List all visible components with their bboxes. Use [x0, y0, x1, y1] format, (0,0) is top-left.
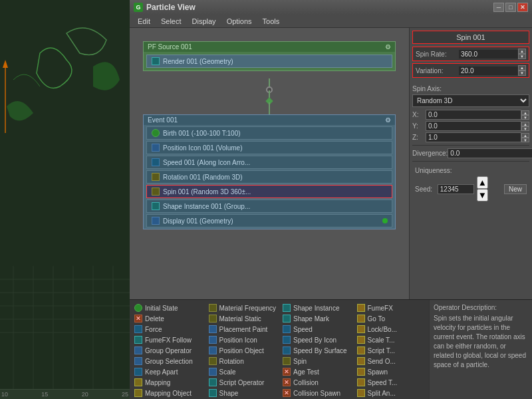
op-item-icon	[208, 367, 217, 376]
variation-up[interactable]: ▲	[518, 65, 526, 70]
bottom-panel: Initial State ✕ Delete Force FumeFX Foll…	[130, 299, 532, 399]
svg-marker-12	[3, 60, 8, 68]
birth-label: Birth 001 (-100-100 T:100)	[163, 130, 241, 137]
op-item[interactable]: Position Icon	[207, 334, 279, 345]
close-button[interactable]: ✕	[517, 3, 528, 12]
op-item[interactable]: Go To	[355, 313, 427, 324]
speed-icon	[151, 158, 160, 167]
op-item[interactable]: Speed By Surface	[281, 345, 352, 356]
op-item-label: Mapping	[145, 379, 170, 386]
menu-edit[interactable]: Edit	[132, 16, 156, 27]
op-item[interactable]: Spin	[281, 356, 352, 366]
op-item[interactable]: Placement Paint	[207, 324, 279, 334]
pf-source-box[interactable]: PF Source 001 ⚙ Render 001 (Geometry)	[143, 41, 396, 71]
op-item-label: Rotation	[219, 358, 244, 365]
op-item[interactable]: Send O...	[355, 356, 427, 366]
seed-up[interactable]: ▲	[477, 176, 488, 189]
op-item-icon	[134, 303, 143, 313]
op-item[interactable]: Split An...	[355, 388, 427, 398]
menu-tools[interactable]: Tools	[257, 16, 285, 27]
z-spinners: ▲ ▼	[521, 133, 529, 142]
seed-down[interactable]: ▼	[477, 189, 488, 201]
app-icon-letter: G	[136, 4, 140, 11]
op-item[interactable]: Mapping Object	[132, 388, 204, 398]
render-item[interactable]: Render 001 (Geometry)	[146, 55, 392, 68]
op-item[interactable]: Material Static	[207, 313, 279, 324]
event-box[interactable]: Event 001 ⚙ Birth 001 (-100-100 T:100) P…	[143, 114, 396, 229]
maximize-button[interactable]: □	[505, 3, 516, 12]
y-input[interactable]	[426, 121, 521, 131]
birth-item[interactable]: Birth 001 (-100-100 T:100)	[146, 126, 392, 140]
z-up[interactable]: ▲	[521, 133, 529, 138]
connector-line-3	[269, 102, 270, 116]
op-item[interactable]: Material Frequency	[207, 303, 279, 313]
spin-rate-down[interactable]: ▼	[518, 54, 526, 59]
seed-input[interactable]	[438, 184, 474, 194]
x-down[interactable]: ▼	[521, 115, 529, 120]
op-item[interactable]: Speed T...	[355, 377, 427, 388]
op-item[interactable]: Shape Instance	[281, 303, 352, 313]
op-item[interactable]: Initial State	[132, 303, 204, 313]
position-icon-item[interactable]: Position Icon 001 (Volume)	[146, 141, 392, 154]
op-item[interactable]: Speed	[281, 324, 352, 334]
op-item[interactable]: Scale	[207, 366, 279, 377]
variation-spinners: ▲ ▼	[518, 65, 526, 76]
x-up[interactable]: ▲	[521, 110, 529, 115]
z-input[interactable]	[426, 132, 521, 142]
op-item[interactable]: Keep Apart	[132, 366, 204, 377]
menu-options[interactable]: Options	[221, 16, 257, 27]
shape-instance-label: Shape Instance 001 (Group...	[163, 203, 250, 210]
op-item[interactable]: Position Object	[207, 345, 279, 356]
canvas-panel[interactable]: PF Source 001 ⚙ Render 001 (Geometry)	[130, 28, 409, 299]
rotation-item[interactable]: Rotation 001 (Random 3D)	[146, 170, 392, 184]
x-input[interactable]	[426, 110, 521, 120]
op-item[interactable]: FumeFX	[355, 303, 427, 313]
axis-select[interactable]: Random 3D X Axis Y Axis Z Axis	[412, 94, 529, 107]
op-item[interactable]: Mapping	[132, 377, 204, 388]
menu-select[interactable]: Select	[156, 16, 187, 27]
shape-instance-item[interactable]: Shape Instance 001 (Group...	[146, 200, 392, 213]
op-item[interactable]: Spawn	[355, 366, 427, 377]
variation-down[interactable]: ▼	[518, 70, 526, 76]
op-item[interactable]: FumeFX Follow	[132, 334, 204, 345]
op-item-label: Placement Paint	[219, 326, 268, 333]
op-item[interactable]: Force	[132, 324, 204, 334]
minimize-button[interactable]: ─	[493, 3, 504, 12]
op-item[interactable]: ✕ Collision	[281, 377, 352, 388]
op-item[interactable]: Script Operator	[207, 377, 279, 388]
op-item-label: Position Icon	[219, 336, 257, 344]
spin-rate-up[interactable]: ▲	[518, 49, 526, 54]
divergence-field: Divergence: ▲ ▼	[412, 148, 529, 158]
op-item[interactable]: ✕ Collision Spawn	[281, 388, 352, 398]
z-label: Z:	[412, 134, 426, 141]
op-item-label: Position Object	[219, 347, 264, 354]
new-button[interactable]: New	[504, 184, 527, 194]
z-down[interactable]: ▼	[521, 138, 529, 142]
op-item[interactable]: Rotation	[207, 356, 279, 366]
variation-input[interactable]	[459, 66, 518, 75]
op-item[interactable]: Lock/Bo...	[355, 324, 427, 334]
menu-display[interactable]: Display	[187, 16, 221, 27]
op-item[interactable]: Group Operator	[132, 345, 204, 356]
op-item[interactable]: ✕ Delete	[132, 313, 204, 324]
speed-item[interactable]: Speed 001 (Along Icon Arro...	[146, 156, 392, 169]
divergence-input[interactable]	[448, 148, 532, 158]
op-item[interactable]: ✕ Age Test	[281, 366, 352, 377]
op-item-label: Send O...	[368, 358, 396, 365]
spin-rate-input[interactable]	[459, 50, 518, 59]
x-spinners: ▲ ▼	[521, 110, 529, 120]
op-item-label: Spawn	[368, 368, 388, 376]
op-item-label: Speed By Icon	[293, 336, 336, 344]
op-column-3: Shape Instance Shape Mark Speed Speed By…	[279, 301, 354, 398]
op-item[interactable]: Scale T...	[355, 334, 427, 345]
op-item[interactable]: Script T...	[355, 345, 427, 356]
op-item[interactable]: Shape Mark	[281, 313, 352, 324]
op-item[interactable]: Group Selection	[132, 356, 204, 366]
display-item[interactable]: Display 001 (Geometry)	[146, 214, 392, 227]
op-item[interactable]: Shape	[207, 388, 279, 398]
spin-item[interactable]: Spin 001 (Random 3D 360±...	[146, 185, 392, 198]
y-up[interactable]: ▲	[521, 122, 529, 126]
op-item-icon	[208, 303, 217, 313]
y-down[interactable]: ▼	[521, 126, 529, 131]
op-item[interactable]: Speed By Icon	[281, 334, 352, 345]
